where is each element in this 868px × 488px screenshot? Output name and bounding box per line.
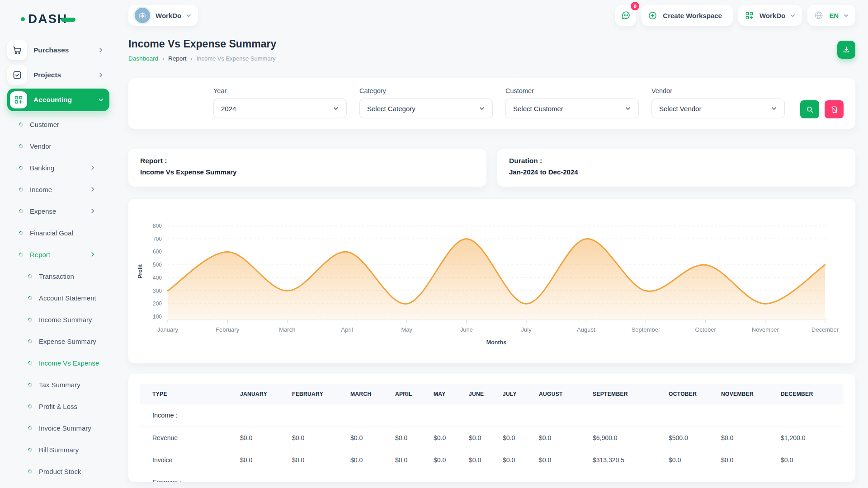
messages-badge: 0 (631, 2, 639, 10)
chevron-right-icon (98, 47, 104, 53)
year-select[interactable]: 2024 (213, 99, 347, 118)
sidebar-item-cash-flow[interactable]: Cash Flow (7, 482, 109, 488)
column-header-february: FEBRUARY (292, 384, 350, 404)
column-header-january: JANUARY (240, 384, 292, 404)
table-section-row: Income : (140, 404, 844, 427)
chat-icon (620, 10, 631, 21)
customer-label: Customer (505, 87, 639, 94)
cell-value: $0.0 (434, 449, 469, 471)
column-header-october: OCTOBER (669, 384, 721, 404)
report-label: Report : (140, 157, 475, 165)
sidebar-item-profit-loss[interactable]: Profit & Loss (7, 395, 109, 417)
reset-filter-button[interactable] (825, 100, 844, 118)
page-head: Income Vs Expense Summary Dashboard › Re… (128, 38, 855, 62)
sidebar-item-financial-goal[interactable]: Financial Goal (7, 222, 109, 244)
cell-value: $0.0 (503, 449, 539, 471)
create-workspace-button[interactable]: Create Workspace (642, 5, 733, 26)
sidebar-item-income-summary[interactable]: Income Summary (7, 309, 109, 330)
report-summary-card: Report : Income Vs Expense Summary (128, 149, 486, 187)
sidebar-item-label: Expense (30, 207, 56, 215)
column-header-august: AUGUST (539, 384, 593, 404)
apply-filter-button[interactable] (800, 100, 819, 118)
chevron-down-icon (333, 105, 339, 112)
y-tick-label: 700 (153, 236, 162, 242)
search-icon (806, 105, 814, 114)
table-body: Income :Revenue$0.0$0.0$0.0$0.0$0.0$0.0$… (140, 404, 844, 482)
sidebar-item-expense-summary[interactable]: Expense Summary (7, 330, 109, 352)
modules-grid-icon (745, 11, 754, 20)
topbar-right: 0 Create Workspace WorkDo EN (615, 5, 855, 26)
cell-value: $0.0 (292, 449, 350, 471)
sidebar-item-label: Profit & Loss (39, 403, 77, 410)
sidebar-item-banking[interactable]: Banking (7, 157, 109, 178)
sidebar-item-account-statement[interactable]: Account Statement (7, 287, 109, 309)
column-header-september: SEPTEMBER (593, 384, 669, 404)
sidebar-item-report[interactable]: Report (7, 244, 109, 265)
section-label: Expense : (140, 471, 844, 482)
x-tick-label: February (216, 326, 240, 333)
cell-value: $0.0 (395, 427, 434, 449)
sidebar-item-invoice-summary[interactable]: Invoice Summary (7, 417, 109, 439)
x-tick-label: June (460, 326, 473, 333)
report-table-card: TYPEJANUARYFEBRUARYMARCHAPRILMAYJUNEJULY… (128, 374, 855, 482)
sidebar-item-label: Purchases (33, 46, 69, 54)
logo-dot-icon (21, 17, 25, 21)
sidebar-item-projects[interactable]: Projects (7, 64, 109, 86)
chevron-right-icon (90, 164, 96, 171)
clipboard-slash-icon (830, 105, 839, 114)
sidebar-item-label: Product Stock (39, 468, 81, 475)
plus-circle-icon (648, 11, 657, 20)
cell-value: $0.0 (240, 427, 292, 449)
workspace-avatar (135, 8, 150, 23)
x-tick-label: December (811, 326, 839, 333)
cell-value: $0.0 (434, 427, 469, 449)
category-select[interactable]: Select Category (359, 99, 493, 118)
sidebar-item-income[interactable]: Income (7, 178, 109, 200)
sidebar-item-product-stock[interactable]: Product Stock (7, 460, 109, 482)
workspace-switcher[interactable]: WorkDo (738, 5, 802, 26)
vendor-select[interactable]: Select Vendor (651, 99, 785, 118)
customer-value: Select Customer (513, 105, 563, 113)
sidebar-item-income-vs-expense[interactable]: Income Vs Expense (7, 352, 109, 374)
bullet-icon (18, 165, 24, 171)
download-icon (842, 45, 851, 54)
breadcrumb-dashboard[interactable]: Dashboard (128, 55, 158, 62)
x-tick-label: April (341, 326, 353, 333)
sidebar-item-purchases[interactable]: Purchases (7, 39, 109, 61)
column-header-april: APRIL (395, 384, 434, 404)
bullet-icon (18, 122, 24, 127)
sidebar-item-bill-summary[interactable]: Bill Summary (7, 439, 109, 460)
customer-select[interactable]: Select Customer (505, 99, 639, 118)
sidebar: DASH PurchasesProjectsAccountingCustomer… (0, 0, 116, 488)
sidebar-item-transaction[interactable]: Transaction (7, 265, 109, 287)
sidebar-item-label: Tax Summary (39, 381, 80, 389)
x-tick-label: September (632, 326, 660, 333)
language-selector[interactable]: EN (807, 5, 855, 26)
table-row-invoice: Invoice$0.0$0.0$0.0$0.0$0.0$0.0$0.0$0.0$… (140, 449, 844, 471)
sidebar-item-vendor[interactable]: Vendor (7, 135, 109, 157)
duration-label: Duration : (509, 157, 844, 165)
sidebar-item-customer[interactable]: Customer (7, 113, 109, 135)
sidebar-item-tax-summary[interactable]: Tax Summary (7, 374, 109, 395)
sidebar-item-accounting[interactable]: Accounting (7, 89, 109, 111)
chevron-down-icon (790, 13, 796, 19)
cell-value: $0.0 (721, 427, 781, 449)
cell-value: $0.0 (539, 427, 593, 449)
download-report-button[interactable] (837, 41, 855, 59)
table-row-revenue: Revenue$0.0$0.0$0.0$0.0$0.0$0.0$0.0$0.0$… (140, 427, 844, 449)
y-tick-label: 800 (153, 223, 162, 229)
workspace-selector[interactable]: WorkDo (128, 5, 198, 26)
chevron-right-icon (90, 251, 96, 258)
bullet-icon (18, 230, 24, 236)
breadcrumb-report[interactable]: Report (168, 55, 187, 62)
create-workspace-label: Create Workspace (663, 12, 722, 19)
breadcrumb-separator: › (191, 56, 193, 62)
duration-value: Jan-2024 to Dec-2024 (509, 168, 844, 176)
x-tick-label: January (157, 326, 179, 333)
sidebar-item-expense[interactable]: Expense (7, 200, 109, 222)
messages-button[interactable]: 0 (615, 5, 636, 26)
bullet-icon (27, 273, 33, 279)
workspace-name: WorkDo (156, 12, 181, 19)
column-header-december: DECEMBER (781, 384, 844, 404)
y-tick-label: 100 (153, 314, 162, 320)
